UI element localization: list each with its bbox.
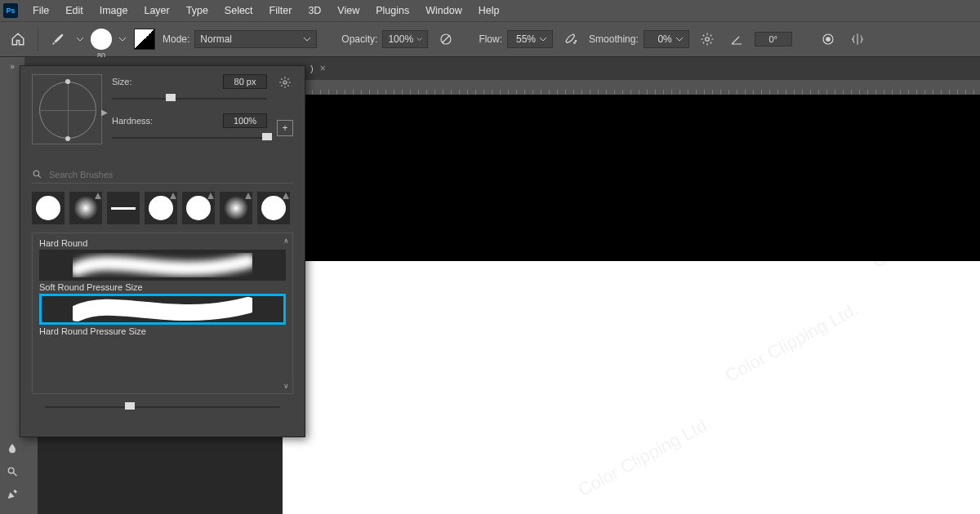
blend-mode-value: Normal — [200, 33, 232, 45]
stroke-preview-selected — [39, 294, 286, 325]
brush-search-input[interactable] — [49, 170, 293, 179]
menu-type[interactable]: Type — [178, 2, 216, 20]
flow-input[interactable]: 55% — [507, 30, 553, 48]
app-logo: Ps — [3, 3, 18, 18]
brush-thumb-hard4[interactable] — [257, 192, 290, 224]
brush-tool-icon[interactable] — [47, 28, 69, 51]
menu-file[interactable]: File — [24, 2, 57, 20]
svg-point-1 — [574, 42, 576, 44]
brush-name: Hard Round — [39, 238, 286, 248]
thumbnail-size-slider[interactable] — [45, 401, 280, 414]
brush-thumb-hard[interactable] — [32, 192, 65, 224]
opacity-label: Opacity: — [341, 33, 377, 45]
watermark-text: Color Clipping Ltd. — [575, 413, 715, 501]
options-bar: 80 Mode: Normal Opacity: 100% Flow: 55% … — [0, 21, 980, 57]
hardness-label: Hardness: — [112, 116, 161, 126]
flow-label: Flow: — [479, 33, 502, 45]
size-input[interactable] — [223, 74, 267, 89]
scroll-up-icon[interactable]: ∧ — [283, 237, 289, 245]
svg-point-7 — [283, 81, 287, 84]
chevron-down-icon[interactable] — [76, 35, 84, 43]
close-tab-icon[interactable]: × — [320, 63, 326, 74]
chevron-down-icon — [539, 35, 547, 43]
expand-tools-icon[interactable]: » — [10, 62, 15, 73]
smoothing-options-icon[interactable] — [696, 28, 719, 51]
watermark-text: Color Clipping Ltd. — [722, 299, 862, 387]
chevron-down-icon[interactable] — [118, 35, 127, 43]
mode-label: Mode: — [163, 33, 189, 45]
brush-angle-control[interactable]: ▶ — [32, 74, 102, 144]
size-label: Size: — [112, 77, 161, 86]
brush-thumb-soft2[interactable] — [220, 192, 252, 224]
brush-thumb-line[interactable] — [107, 192, 140, 224]
menu-bar: Ps File Edit Image Layer Type Select Fil… — [0, 0, 980, 21]
svg-point-5 — [826, 38, 831, 42]
document-tab[interactable]: ) × — [302, 60, 334, 78]
smoothing-label: Smoothing: — [589, 33, 639, 45]
symmetry-icon[interactable] — [846, 28, 869, 51]
menu-select[interactable]: Select — [216, 2, 261, 20]
smoothing-input[interactable]: 0% — [644, 30, 689, 48]
search-icon — [32, 169, 42, 179]
brush-thumbnails — [20, 192, 305, 233]
chevron-down-icon — [303, 35, 311, 43]
brush-name: Hard Round Pressure Size — [39, 326, 286, 336]
menu-help[interactable]: Help — [470, 2, 508, 20]
panel-menu-icon[interactable] — [277, 74, 293, 91]
arrow-right-icon: ▶ — [101, 108, 108, 117]
brush-settings-icon[interactable] — [133, 28, 156, 51]
brush-thumb-hard3[interactable] — [182, 192, 215, 224]
svg-point-8 — [33, 171, 39, 176]
divider — [38, 27, 38, 51]
brush-list: ∧ Hard Round Soft Round Pressure Size Ha… — [32, 233, 293, 394]
menu-filter[interactable]: Filter — [261, 2, 301, 20]
angle-input[interactable] — [755, 32, 792, 47]
hardness-slider[interactable] — [112, 131, 267, 144]
menu-image[interactable]: Image — [91, 2, 136, 20]
brush-thumb-hard2[interactable] — [145, 192, 177, 224]
angle-icon[interactable] — [725, 28, 748, 51]
menu-view[interactable]: View — [329, 2, 368, 20]
home-icon[interactable] — [7, 28, 29, 51]
new-brush-icon[interactable]: + — [277, 120, 293, 136]
menu-plugins[interactable]: Plugins — [368, 2, 417, 20]
opacity-value: 100% — [388, 33, 413, 45]
chevron-down-icon — [416, 35, 422, 43]
brush-preview-icon — [91, 29, 112, 50]
brush-preset-panel: ▶ Size: Hardness: — [20, 65, 305, 437]
blur-tool-icon[interactable] — [2, 439, 22, 459]
stroke-preview — [39, 250, 286, 281]
flow-value: 55% — [516, 33, 536, 45]
dodge-tool-icon[interactable] — [2, 462, 22, 481]
blend-mode-select[interactable]: Normal — [194, 30, 317, 48]
brush-thumb-soft[interactable] — [69, 192, 102, 224]
pressure-size-icon[interactable] — [817, 28, 840, 51]
brush-name: Soft Round Pressure Size — [39, 282, 286, 292]
smoothing-value: 0% — [657, 33, 671, 45]
airbrush-icon[interactable] — [559, 28, 582, 51]
menu-3d[interactable]: 3D — [300, 2, 329, 20]
svg-point-6 — [8, 467, 14, 473]
svg-point-3 — [706, 38, 710, 42]
brush-list-item[interactable]: Hard Round Soft Round Pressure Size Hard… — [33, 233, 292, 343]
pressure-opacity-icon[interactable] — [434, 28, 457, 51]
pen-tool-icon[interactable] — [2, 485, 22, 504]
opacity-input[interactable]: 100% — [382, 30, 428, 48]
chevron-down-icon — [675, 35, 684, 43]
size-slider[interactable] — [112, 92, 267, 105]
scroll-down-icon[interactable]: ∨ — [283, 382, 289, 390]
menu-edit[interactable]: Edit — [57, 2, 91, 20]
brush-preset-picker[interactable]: 80 — [91, 29, 112, 50]
vertical-ruler[interactable] — [24, 436, 38, 514]
tab-title-fragment: ) — [310, 64, 314, 73]
hardness-input[interactable] — [223, 113, 267, 128]
menu-window[interactable]: Window — [417, 2, 470, 20]
brush-search[interactable] — [32, 169, 293, 184]
svg-point-2 — [575, 41, 577, 42]
menu-layer[interactable]: Layer — [136, 2, 177, 20]
